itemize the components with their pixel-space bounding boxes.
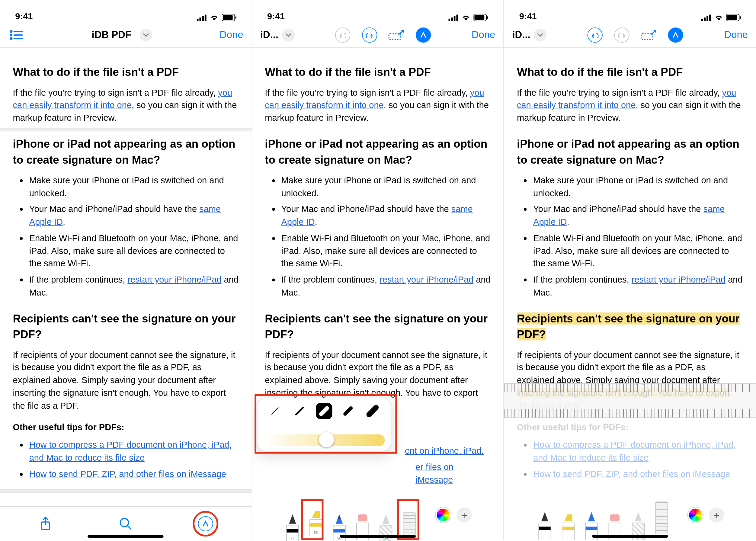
heading: Recipients can't see the signature on yo… <box>265 310 490 343</box>
list-item: If the problem continues, restart your i… <box>533 273 743 298</box>
heading: Recipients can't see the signature on yo… <box>13 310 239 343</box>
list-icon <box>9 30 23 40</box>
document-title[interactable]: iDB PDF <box>92 29 132 41</box>
add-tool-button[interactable]: ＋ <box>456 507 471 523</box>
wifi-icon <box>714 14 723 21</box>
svg-rect-36 <box>740 16 741 19</box>
link[interactable]: restart your iPhone/iPad <box>379 274 473 284</box>
paragraph: If the file you're trying to sign isn't … <box>517 86 743 124</box>
tool-label: 50 <box>337 536 341 540</box>
home-indicator[interactable] <box>88 535 164 538</box>
svg-point-7 <box>10 31 12 32</box>
document-content[interactable]: What to do if the file isn't a PDF If th… <box>504 48 756 498</box>
color-picker[interactable] <box>436 507 451 523</box>
redo-icon <box>619 32 626 37</box>
paragraph: If the file you're trying to sign isn't … <box>265 86 490 124</box>
markup-icon <box>420 31 427 38</box>
redo-icon <box>366 32 373 37</box>
status-time: 9:41 <box>267 11 285 21</box>
heading: iPhone or iPad not appearing as an optio… <box>517 136 743 168</box>
list: Make sure your iPhone or iPad is switche… <box>265 174 490 298</box>
add-tool-button[interactable]: ＋ <box>709 507 724 523</box>
link[interactable]: How to send PDF, ZIP, and other files on… <box>29 468 227 478</box>
pencil-tip-icon <box>333 514 346 525</box>
document-title[interactable]: iD... <box>512 29 530 41</box>
screen-1: 9:41 iDB PDF Done What to do if the file… <box>0 0 252 540</box>
svg-rect-38 <box>610 514 619 521</box>
done-button[interactable]: Done <box>220 29 243 41</box>
heading: What to do if the file isn't a PDF <box>13 64 239 80</box>
status-icons <box>701 14 741 21</box>
link[interactable]: How to send PDF, ZIP, and other files on… <box>533 468 730 478</box>
share-button[interactable] <box>38 515 54 532</box>
home-indicator[interactable] <box>340 535 415 538</box>
ruler-tool[interactable] <box>653 501 670 534</box>
markup-toggle[interactable] <box>667 27 684 43</box>
done-button[interactable]: Done <box>724 29 748 41</box>
pen-tip-icon <box>538 512 551 523</box>
redo-button[interactable] <box>362 27 378 43</box>
outline-button[interactable] <box>8 27 24 43</box>
markup-toolbar: 97 55 50 55 ＋ <box>252 498 503 540</box>
svg-rect-31 <box>704 17 706 21</box>
list: Make sure your iPhone or iPad is switche… <box>517 174 743 298</box>
link[interactable]: How to compress a PDF document on iPhone… <box>29 440 232 462</box>
svg-rect-22 <box>487 16 488 19</box>
annotation-highlight <box>254 394 397 453</box>
redo-button[interactable] <box>614 27 630 43</box>
status-time: 9:41 <box>15 11 33 21</box>
title-menu-button[interactable] <box>534 28 547 41</box>
list-item: How to send PDF, ZIP, and other files on… <box>533 468 743 480</box>
list-item: How to compress a PDF document on iPhone… <box>415 445 490 457</box>
title-menu-button[interactable] <box>140 28 153 41</box>
heading: What to do if the file isn't a PDF <box>265 64 490 80</box>
wifi-icon <box>210 14 219 21</box>
link[interactable]: restart your iPhone/iPad <box>127 274 221 284</box>
screen-2: 9:41 iD... Done What to do if the file i… <box>252 0 504 540</box>
autofill-icon <box>388 30 404 40</box>
document-title[interactable]: iD... <box>260 29 278 41</box>
svg-line-15 <box>128 526 131 529</box>
color-picker[interactable] <box>688 507 703 523</box>
lasso-tip-icon <box>632 512 645 523</box>
chevron-down-icon <box>143 33 149 37</box>
autofill-button[interactable] <box>388 27 404 43</box>
autofill-button[interactable] <box>641 27 657 43</box>
markup-toggle[interactable] <box>415 27 431 43</box>
highlighter-tool[interactable] <box>559 513 577 540</box>
annotation-highlight <box>301 499 323 540</box>
nav-bar: iD... Done <box>504 22 756 48</box>
svg-rect-3 <box>204 14 206 21</box>
link[interactable]: restart your iPhone/iPad <box>632 274 725 284</box>
pen-tool[interactable]: 97 <box>284 514 301 540</box>
heading: iPhone or iPad not appearing as an optio… <box>265 136 490 168</box>
tool-label: 55 <box>384 536 388 540</box>
link[interactable]: How to compress a PDF document on iPhone… <box>533 440 736 462</box>
page-gap <box>0 490 252 493</box>
screen-3: 9:41 iD... Done What to do if the file i… <box>504 0 756 540</box>
link[interactable]: er files on iMessage <box>415 462 453 485</box>
highlighter-tip-icon <box>561 513 574 523</box>
undo-button[interactable] <box>335 27 351 43</box>
markup-button[interactable] <box>198 515 214 532</box>
list-item: Enable Wi-Fi and Bluetooth on your Mac, … <box>29 232 239 270</box>
markup-icon <box>672 31 679 38</box>
svg-rect-29 <box>358 514 367 521</box>
title-menu-button[interactable] <box>282 28 295 41</box>
home-indicator[interactable] <box>592 535 668 538</box>
svg-rect-5 <box>223 15 233 20</box>
search-button[interactable] <box>117 515 134 532</box>
list-item: How to compress a PDF document on iPhone… <box>533 439 743 464</box>
pen-tool[interactable] <box>536 512 553 540</box>
cellular-icon <box>701 14 711 21</box>
lasso-tip-icon <box>379 514 392 525</box>
pen-tip-icon <box>286 514 299 525</box>
done-button[interactable]: Done <box>471 29 495 41</box>
ruler-overlay[interactable] <box>504 383 756 418</box>
list-item: If the problem continues, restart your i… <box>281 273 490 298</box>
document-content[interactable]: What to do if the file isn't a PDF If th… <box>252 48 503 498</box>
document-content[interactable]: What to do if the file isn't a PDF If th… <box>0 48 252 506</box>
svg-rect-21 <box>474 15 484 20</box>
search-icon <box>119 517 132 530</box>
undo-button[interactable] <box>587 27 603 43</box>
